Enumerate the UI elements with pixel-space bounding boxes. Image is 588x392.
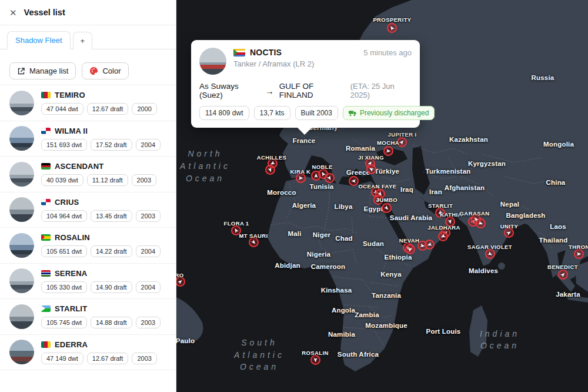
vessel-marker[interactable] [438, 231, 448, 241]
popup-dwt-badge: 114 809 dwt [199, 106, 249, 120]
vessel-list-panel: ✕ Vessel list Shadow Fleet+ Manage list … [0, 0, 176, 392]
vessel-name: TEMIRO [55, 91, 85, 99]
vessel-draft-badge: 17.52 draft [91, 139, 132, 151]
vessel-row[interactable]: EDERRA47 149 dwt12.67 draft2003 [0, 335, 176, 371]
list-actions: Manage list Color [0, 49, 176, 85]
vessel-marker[interactable] [476, 218, 486, 228]
map-vessel-label: THRON [569, 244, 588, 250]
vessel-draft-badge: 12.67 draft [87, 353, 129, 364]
popup-eta: (ETA: 25 Jun 2025) [350, 82, 412, 99]
ocean-label: North [188, 149, 222, 158]
vessel-marker[interactable] [366, 164, 376, 174]
vessel-marker[interactable] [310, 355, 320, 365]
vessel-marker[interactable] [383, 146, 393, 156]
geo-label: Zambia [355, 311, 379, 318]
vessel-dwt-badge: 47 044 dwt [41, 103, 83, 115]
vessel-photo [9, 197, 34, 222]
vessel-dwt-badge: 40 039 dwt [41, 174, 83, 186]
route-arrow-icon: → [265, 86, 274, 96]
vessel-marker[interactable] [425, 240, 435, 250]
vessel-row[interactable]: SERENA105 330 dwt14.90 draft2004 [0, 264, 176, 300]
map-vessel-label: UNITY [500, 223, 519, 230]
vessel-row[interactable]: ASCENDANT40 039 dwt11.12 draft2003 [0, 157, 176, 192]
vessel-marker[interactable] [349, 176, 359, 186]
vessel-draft-badge: 14.88 draft [91, 317, 132, 328]
vessel-photo [9, 340, 34, 364]
manage-list-button[interactable]: Manage list [9, 62, 76, 79]
vessel-row[interactable]: CRIUS104 964 dwt13.45 draft2003 [0, 192, 176, 228]
ocean-label: South [241, 338, 278, 347]
map-vessel-label: JI XIANG [358, 154, 384, 161]
vessel-popup-card[interactable]: NOCTIS 5 minutes ago Tanker / Aframax (L… [191, 40, 420, 128]
vessel-photo [9, 162, 34, 187]
map-vessel-label: JUMBO [376, 197, 397, 203]
vessel-draft-badge: 11.12 draft [87, 174, 128, 186]
manage-list-label: Manage list [29, 67, 68, 75]
vessel-photo [9, 233, 34, 258]
vessel-marker[interactable] [382, 203, 392, 213]
add-fleet-tab[interactable]: + [73, 32, 93, 49]
vessel-dwt-badge: 104 964 dwt [41, 210, 87, 222]
ocean-label: Ocean [186, 174, 225, 183]
geo-label: Mozambique [365, 322, 407, 329]
map-vessel-label: RO [176, 272, 184, 278]
tab-shadow-fleet[interactable]: Shadow Fleet [7, 31, 71, 49]
geo-label: Kazakhstan [449, 136, 488, 143]
geo-label: Angola [332, 307, 355, 314]
vessel-name: ROSALIN [55, 233, 90, 242]
vessel-row[interactable]: STARLIT105 745 dwt14.88 draft2003 [0, 299, 176, 335]
map-vessel-label: NOBLE [312, 164, 332, 170]
geo-label: China [546, 179, 566, 186]
vessel-list: TEMIRO47 044 dwt12.67 draft2000WILMA II1… [0, 85, 176, 370]
vessel-marker[interactable] [405, 244, 415, 254]
vessel-name: STARLIT [55, 304, 87, 313]
vessel-year-badge: 2000 [132, 103, 156, 115]
world-map[interactable]: RussiaIrelandGermanyBelarusFranceRomania… [176, 0, 588, 392]
geo-label: Mongolia [543, 141, 574, 148]
vessel-photo [9, 126, 34, 151]
vessel-marker[interactable] [265, 165, 275, 175]
geo-label: Egypt [364, 205, 383, 212]
geo-label: Saudi Arabia [390, 214, 432, 221]
popup-built-badge: Built 2003 [295, 106, 338, 120]
map-vessel-label: JALDHARA [427, 224, 460, 231]
geo-label: Cameroon [311, 263, 345, 270]
ocean-label: Atlantic [180, 161, 230, 171]
popup-vessel-name: NOCTIS [250, 48, 359, 57]
panel-title: Vessel list [24, 8, 65, 17]
vessel-row[interactable]: ROSALIN105 651 dwt14.22 draft2004 [0, 228, 176, 264]
map-vessel-label: ROSALIN [302, 350, 329, 356]
popup-last-position-time: 5 minutes ago [363, 48, 412, 57]
vessel-marker[interactable] [558, 270, 568, 280]
geo-label: Kinshasa [321, 287, 352, 294]
geo-label: Kyrgyzstan [468, 160, 506, 167]
close-icon[interactable]: ✕ [9, 8, 17, 17]
vessel-flag-malawi-icon [41, 163, 51, 170]
geo-label: Ethiopia [385, 254, 412, 261]
geo-label: Namibia [328, 331, 355, 338]
vessel-marker[interactable] [574, 249, 584, 259]
map-vessel-label: GARASAN [460, 210, 490, 217]
vessel-year-badge: 2004 [136, 281, 161, 293]
geo-label: Algeria [292, 202, 316, 209]
geo-label: South Africa [338, 351, 379, 358]
geo-label: Iran [429, 188, 442, 195]
vessel-name: CRIUS [55, 198, 79, 207]
vessel-year-badge: 2004 [136, 139, 161, 151]
vessel-marker[interactable] [325, 173, 335, 183]
geo-label: France [293, 137, 316, 144]
vessel-marker[interactable] [485, 249, 495, 259]
vessel-row[interactable]: WILMA II151 693 dwt17.52 draft2004 [0, 121, 176, 157]
vessel-marker[interactable] [387, 23, 397, 33]
geo-label: Iraq [400, 186, 413, 193]
geo-label: Niger [313, 231, 330, 238]
geo-label: Nigeria [307, 251, 330, 258]
vessel-row[interactable]: TEMIRO47 044 dwt12.67 draft2000 [0, 85, 176, 121]
vessel-year-badge: 2004 [136, 245, 161, 257]
tanker-truck-icon [349, 110, 356, 117]
vessel-draft-badge: 14.90 draft [91, 281, 132, 293]
vessel-name: ASCENDANT [55, 162, 103, 171]
vessel-flag-cameroon-icon [41, 341, 51, 348]
color-button[interactable]: Color [82, 62, 128, 79]
vessel-flag-panama-icon [41, 128, 51, 134]
